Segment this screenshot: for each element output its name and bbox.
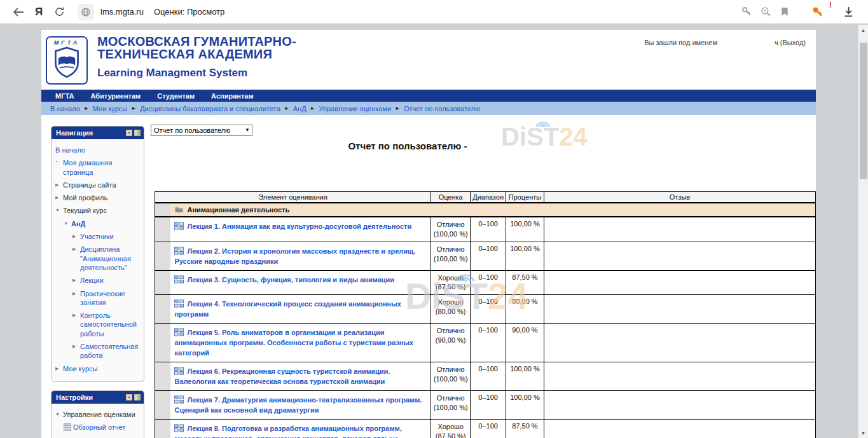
breadcrumb-separator: ►	[310, 106, 315, 111]
grade-item-link[interactable]: Лекция 6. Рекреационная сущность туристс…	[174, 367, 390, 385]
settings-block: Настройки ▼Управление оценками Обзорный …	[51, 390, 144, 438]
lms-page: МГТА МОСКОВСКАЯ ГУМАНИТАРНО- ТЕХНИЧЕСКАЯ…	[41, 30, 816, 438]
settings-item-user-report: Отчет по пользователю	[63, 435, 141, 438]
settings-block-body: ▼Управление оценками Обзорный отчет Отче…	[52, 404, 144, 438]
collapsed-arrow-icon[interactable]: ▶	[55, 364, 63, 371]
vertical-scrollbar[interactable]: ▲ ▼	[858, 25, 868, 438]
mgta-logo: МГТА	[46, 36, 88, 85]
site-header: МГТА МОСКОВСКАЯ ГУМАНИТАРНО- ТЕХНИЧЕСКАЯ…	[41, 30, 816, 90]
breadcrumb-home[interactable]: В начало	[50, 105, 80, 113]
grade-item-link[interactable]: Лекция 7. Драматургия анимационно-театра…	[174, 396, 422, 414]
sidebar-item-lectures: ▶Лекции	[72, 274, 141, 287]
settings-block-header: Настройки	[52, 391, 144, 404]
nav-item-aspirantam[interactable]: Аспирантам	[211, 92, 253, 100]
lesson-icon	[174, 249, 184, 256]
redacted-student-name	[467, 149, 619, 149]
protect-alert-icon[interactable]: !	[808, 3, 827, 22]
find-on-page-icon[interactable]	[756, 3, 775, 22]
protect-alert-badge: !	[829, 0, 832, 10]
breadcrumb-separator: ►	[395, 106, 400, 111]
browser-back-button[interactable]	[9, 3, 28, 22]
sidebar-item-my-profile: ▶Мой профиль	[55, 191, 141, 204]
breadcrumb-user-report[interactable]: Отчет по пользователю	[404, 105, 480, 113]
settings-block-title: Настройки	[56, 394, 93, 401]
grade-item-link[interactable]: Лекция 3. Сущность, функция, типология и…	[187, 276, 394, 284]
collapse-block-icon[interactable]	[126, 130, 132, 136]
grade-cell: Отлично(100,00 %)	[431, 242, 471, 270]
grade-item-link[interactable]: Лекция 5. Роль аниматоров в организации …	[174, 329, 413, 357]
yandex-browser-icon[interactable]: Я	[28, 3, 50, 22]
item-cell: Лекция 4. Технологический процесс создан…	[170, 295, 431, 324]
sidebar-item-practical: ▶Практические занятия	[72, 287, 141, 310]
report-page-title: Отчет по пользователю -	[151, 140, 816, 151]
page-viewport: МГТА МОСКОВСКАЯ ГУМАНИТАРНО- ТЕХНИЧЕСКАЯ…	[0, 25, 868, 438]
scroll-up-arrow[interactable]: ▲	[858, 25, 868, 35]
collapsed-arrow-icon[interactable]: ▶	[72, 342, 80, 349]
col-header-feedback: Отзыв	[544, 192, 815, 203]
academy-title-line1: МОСКОВСКАЯ ГУМАНИТАРНО-	[97, 35, 296, 48]
grade-row-lecture-2: Лекция 2. История и хронология массовых …	[155, 242, 816, 270]
collapsed-arrow-icon[interactable]: ▶	[72, 289, 80, 296]
collapsed-arrow-icon[interactable]: ▶	[72, 311, 80, 318]
expanded-arrow-icon[interactable]: ▼	[55, 206, 63, 213]
nav-item-studentam[interactable]: Студентам	[157, 92, 195, 100]
browser-reload-button[interactable]	[50, 3, 69, 22]
password-manager-icon[interactable]	[737, 3, 756, 22]
grade-row-lecture-5: Лекция 5. Роль аниматоров в организации …	[155, 324, 816, 362]
category-cell: Анимационная деятельность	[170, 203, 815, 217]
collapsed-arrow-icon[interactable]: ▶	[72, 245, 80, 252]
feedback-cell	[544, 242, 815, 270]
range-cell: 0–100	[471, 217, 506, 242]
grade-row-lecture-3: Лекция 3. Сущность, функция, типология и…	[155, 270, 816, 295]
grade-cell: Хорошо(87,50 %)	[431, 270, 471, 295]
indent-cell	[155, 324, 171, 362]
item-cell: Лекция 7. Драматургия анимационно-театра…	[170, 390, 431, 419]
signal-arcs-icon	[533, 115, 553, 129]
feedback-cell	[544, 362, 815, 390]
breadcrumb-my-courses[interactable]: Мои курсы	[93, 105, 127, 113]
dock-block-icon[interactable]	[134, 394, 141, 400]
site-globe-chip[interactable]	[78, 4, 94, 20]
lesson-icon	[174, 224, 184, 231]
range-cell: 0–100	[471, 419, 506, 438]
navigation-block-header: Навигация	[52, 127, 144, 139]
scrollbar-thumb[interactable]	[860, 43, 867, 179]
breadcrumb-grade-admin[interactable]: Управление оценками	[319, 105, 392, 113]
collapsed-arrow-icon[interactable]: ▶	[55, 193, 63, 200]
address-bar-url[interactable]: lms.mgta.ru	[100, 7, 144, 17]
collapse-block-icon[interactable]	[126, 394, 132, 400]
grade-item-link[interactable]: Лекция 1. Анимация как вид культурно-дос…	[187, 222, 411, 230]
nav-item-mgta[interactable]: МГТА	[55, 92, 74, 100]
breadcrumb-separator: ►	[284, 106, 289, 111]
login-suffix-logout-link[interactable]: ч (Выход)	[775, 39, 806, 46]
grade-cell: Хорошо(80,00 %)	[431, 295, 471, 324]
downloads-button[interactable]	[839, 3, 858, 22]
report-type-select[interactable]: Отчет по пользователю ▼	[151, 125, 252, 136]
grade-item-link[interactable]: Лекция 2. История и хронология массовых …	[174, 247, 415, 265]
expanded-arrow-icon[interactable]: ▼	[55, 410, 63, 417]
breadcrumb-disciplines[interactable]: Дисциплины бакалавриата и специалитета	[140, 105, 280, 113]
indent-cell	[155, 295, 171, 324]
range-cell: 0–100	[471, 362, 506, 390]
collapsed-arrow-icon[interactable]: ▶	[55, 181, 63, 188]
breadcrumb-course[interactable]: АнД	[293, 105, 307, 113]
item-cell: Лекция 8. Подготовка и разработка анимац…	[170, 419, 431, 438]
grade-item-link[interactable]: Лекция 4. Технологический процесс создан…	[174, 300, 401, 318]
bookmark-icon[interactable]	[775, 3, 794, 22]
grade-item-link[interactable]: Лекция 8. Подготовка и разработка анимац…	[174, 425, 401, 438]
scroll-down-arrow[interactable]: ▼	[858, 428, 868, 438]
expanded-arrow-icon[interactable]: ▼	[64, 219, 71, 226]
sidebar-item-and-course: ▼АнД	[63, 217, 141, 230]
collapsed-arrow-icon[interactable]: ▶	[72, 276, 80, 283]
feedback-cell	[544, 270, 815, 295]
nav-item-abiturientam[interactable]: Абитуриентам	[90, 92, 141, 100]
navigation-block-body: В начало ▪Моя домашняя страница ▶Страниц…	[52, 139, 144, 381]
mgta-crest-icon	[53, 46, 81, 79]
sidebar-item-my-courses: ▶Мои курсы	[55, 362, 141, 375]
collapsed-arrow-icon[interactable]: ▶	[72, 232, 80, 239]
sidebar-item-discipline: ▶Дисциплина "Анимационная деятельность"	[72, 243, 141, 274]
dock-block-icon[interactable]	[134, 130, 141, 136]
col-header-item: Элемент оценивания	[155, 192, 431, 203]
sidebar-item-self-control: ▶Контроль самостоятельной работы	[72, 309, 141, 340]
grade-report-table: Элемент оценивания Оценка Диапазон Проце…	[155, 191, 816, 438]
